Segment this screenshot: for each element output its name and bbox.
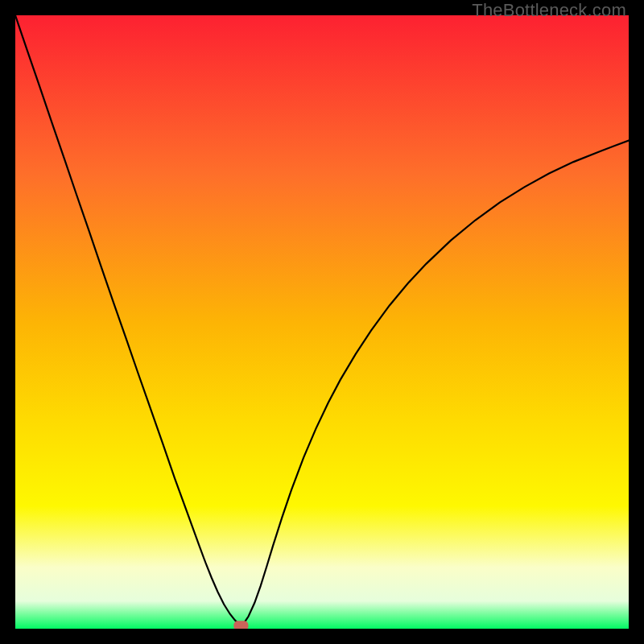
chart-background-gradient — [15, 15, 629, 629]
watermark-text: TheBottleneck.com — [472, 0, 626, 21]
chart-plot-area — [15, 15, 629, 629]
minimum-marker — [233, 621, 248, 629]
chart-svg — [15, 15, 629, 629]
